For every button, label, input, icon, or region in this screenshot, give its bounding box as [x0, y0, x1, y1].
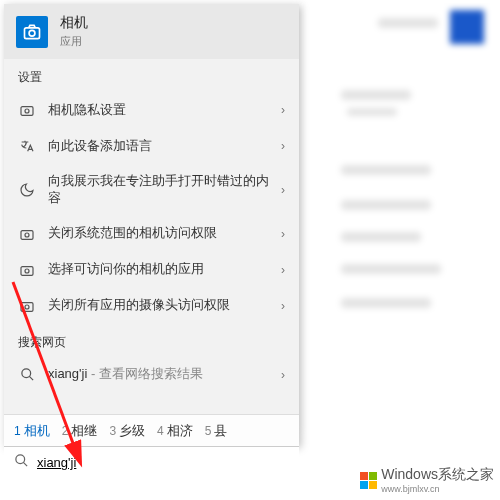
web-search-hint: - 查看网络搜索结果 [87, 366, 203, 381]
watermark-tagline: 系统之家 [438, 466, 494, 482]
chevron-right-icon: › [281, 299, 285, 313]
ime-candidate-bar[interactable]: 1 相机 2 相继 3 乡级 4 相济 5 县 [4, 414, 299, 446]
chevron-right-icon: › [281, 227, 285, 241]
watermark: Windows系统之家 www.bjmlxv.cn [360, 466, 494, 494]
best-match-item[interactable]: 相机 应用 [4, 4, 299, 59]
settings-item-camera-privacy[interactable]: 相机隐私设置 › [4, 92, 299, 128]
moon-icon [18, 181, 36, 199]
best-match-title: 相机 [60, 14, 88, 32]
background-panel [300, 0, 500, 430]
svg-line-11 [29, 377, 33, 381]
ime-candidate-1[interactable]: 1 相机 [8, 422, 56, 440]
settings-item-label: 相机隐私设置 [48, 102, 275, 119]
camera-app-icon [16, 16, 48, 48]
settings-item-label: 向我展示我在专注助手打开时错过的内容 [48, 173, 275, 207]
camera-icon [18, 261, 36, 279]
svg-line-13 [23, 462, 27, 466]
ime-candidate-2[interactable]: 2 相继 [56, 422, 104, 440]
camera-icon [18, 101, 36, 119]
section-settings-label: 设置 [4, 59, 299, 92]
svg-point-10 [21, 369, 30, 378]
svg-point-5 [25, 233, 29, 237]
web-search-term: xiang'ji [48, 366, 87, 381]
best-match-subtitle: 应用 [60, 34, 88, 49]
svg-rect-8 [21, 302, 33, 311]
language-icon [18, 137, 36, 155]
svg-rect-0 [25, 27, 40, 38]
camera-icon [18, 297, 36, 315]
svg-point-9 [25, 305, 29, 309]
settings-item-add-language[interactable]: 向此设备添加语言 › [4, 128, 299, 164]
chevron-right-icon: › [281, 263, 285, 277]
ime-candidate-5[interactable]: 5 县 [199, 422, 234, 440]
search-bar[interactable] [4, 446, 299, 478]
settings-item-label: 向此设备添加语言 [48, 138, 275, 155]
svg-rect-6 [21, 266, 33, 275]
settings-item-choose-apps[interactable]: 选择可访问你的相机的应用 › [4, 252, 299, 288]
settings-item-disable-system-camera[interactable]: 关闭系统范围的相机访问权限 › [4, 216, 299, 252]
ime-candidate-4[interactable]: 4 相济 [151, 422, 199, 440]
svg-rect-4 [21, 230, 33, 239]
settings-item-label: 选择可访问你的相机的应用 [48, 261, 275, 278]
settings-item-label: 关闭系统范围的相机访问权限 [48, 225, 275, 242]
watermark-brand: Windows [381, 466, 438, 482]
watermark-url: www.bjmlxv.cn [381, 484, 494, 494]
search-results-panel: 相机 应用 设置 相机隐私设置 › 向此设备添加语言 › 向我展示我在专注助手打… [4, 4, 299, 446]
ime-candidate-3[interactable]: 3 乡级 [103, 422, 151, 440]
svg-point-3 [25, 109, 29, 113]
svg-point-12 [16, 455, 25, 464]
section-web-label: 搜索网页 [4, 324, 299, 357]
svg-rect-2 [21, 107, 33, 116]
chevron-right-icon: › [281, 139, 285, 153]
web-search-item[interactable]: xiang'ji - 查看网络搜索结果 › [4, 357, 299, 393]
chevron-right-icon: › [281, 183, 285, 197]
chevron-right-icon: › [281, 103, 285, 117]
chevron-right-icon: › [281, 368, 285, 382]
search-icon [18, 366, 36, 384]
camera-icon [18, 225, 36, 243]
web-search-label: xiang'ji - 查看网络搜索结果 [48, 366, 275, 383]
svg-point-7 [25, 269, 29, 273]
settings-item-focus-assist[interactable]: 向我展示我在专注助手打开时错过的内容 › [4, 164, 299, 216]
settings-item-disable-all-camera[interactable]: 关闭所有应用的摄像头访问权限 › [4, 288, 299, 324]
settings-item-label: 关闭所有应用的摄像头访问权限 [48, 297, 275, 314]
search-input[interactable] [37, 455, 289, 470]
svg-point-1 [29, 30, 35, 36]
search-icon [14, 453, 29, 472]
windows-logo-icon [360, 472, 377, 489]
